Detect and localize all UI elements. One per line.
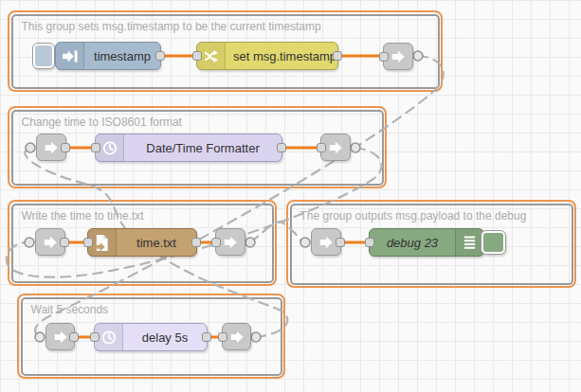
output-port[interactable]: [336, 238, 345, 247]
link-out-node[interactable]: [383, 43, 413, 70]
link-port[interactable]: [251, 332, 261, 342]
output-port[interactable]: [60, 238, 69, 247]
output-port[interactable]: [69, 332, 79, 342]
file-write-node[interactable]: time.txt: [87, 228, 197, 257]
debug-node[interactable]: debug 23: [369, 228, 484, 257]
link-in-node[interactable]: [45, 323, 75, 350]
link-in-icon: [53, 330, 68, 345]
link-out-node[interactable]: [320, 134, 351, 161]
debug-console-icon: [455, 229, 483, 256]
node-label: timestamp: [84, 43, 160, 69]
input-port[interactable]: [192, 51, 202, 61]
input-port[interactable]: [317, 143, 326, 152]
input-port[interactable]: [218, 332, 227, 342]
delay-node[interactable]: delay 5s: [94, 323, 208, 351]
link-port[interactable]: [351, 143, 360, 152]
output-port[interactable]: [61, 143, 70, 152]
link-out-icon: [328, 140, 343, 155]
link-out-icon: [229, 330, 245, 345]
input-port[interactable]: [365, 238, 374, 247]
link-in-icon: [318, 235, 334, 250]
input-port[interactable]: [90, 332, 100, 342]
link-port[interactable]: [300, 238, 310, 247]
link-out-icon: [390, 49, 406, 64]
output-port[interactable]: [191, 238, 201, 247]
link-port[interactable]: [413, 51, 423, 61]
link-out-node[interactable]: [215, 228, 245, 256]
input-port[interactable]: [211, 238, 221, 247]
group-title: Write the time to time.txt: [13, 205, 272, 223]
link-in-node[interactable]: [35, 228, 65, 256]
group-title: Change time to ISO8601 format: [13, 112, 382, 129]
link-port[interactable]: [26, 143, 35, 152]
inject-node[interactable]: timestamp: [55, 42, 161, 70]
debug-button-fill: [483, 233, 503, 252]
node-label: debug 23: [370, 229, 455, 256]
link-in-icon: [44, 140, 59, 155]
output-port[interactable]: [202, 332, 211, 342]
inject-button-fill: [35, 45, 52, 66]
node-label: delay 5s: [123, 324, 207, 350]
change-node[interactable]: set msg.timestamp: [196, 42, 338, 70]
input-port[interactable]: [91, 143, 100, 152]
output-port[interactable]: [333, 51, 342, 61]
input-port[interactable]: [379, 52, 389, 62]
group-title: The group outputs msg.payload to the deb…: [292, 205, 572, 223]
debug-toggle-button[interactable]: [481, 230, 506, 255]
link-in-node[interactable]: [311, 228, 341, 256]
datetime-formatter-node[interactable]: Date/Time Formatter: [95, 134, 282, 162]
output-port[interactable]: [155, 51, 165, 61]
node-label: time.txt: [117, 229, 196, 256]
link-in-node[interactable]: [36, 134, 66, 161]
link-port[interactable]: [35, 332, 45, 342]
flow-canvas[interactable]: This group sets msg.timestamp to be the …: [0, 0, 581, 392]
group-title: Wait 5 seconds: [23, 299, 281, 316]
link-out-node[interactable]: [222, 323, 251, 350]
input-port[interactable]: [83, 238, 93, 247]
link-in-icon: [43, 235, 58, 250]
inject-icon: [56, 43, 84, 69]
node-label: set msg.timestamp: [226, 43, 344, 69]
inject-trigger-button[interactable]: [32, 43, 55, 69]
link-out-icon: [223, 235, 238, 250]
link-port[interactable]: [25, 238, 34, 247]
node-label: Date/Time Formatter: [124, 134, 281, 161]
link-port[interactable]: [245, 238, 255, 247]
group-title: This group sets msg.timestamp to be the …: [13, 16, 438, 33]
output-port[interactable]: [277, 143, 286, 152]
